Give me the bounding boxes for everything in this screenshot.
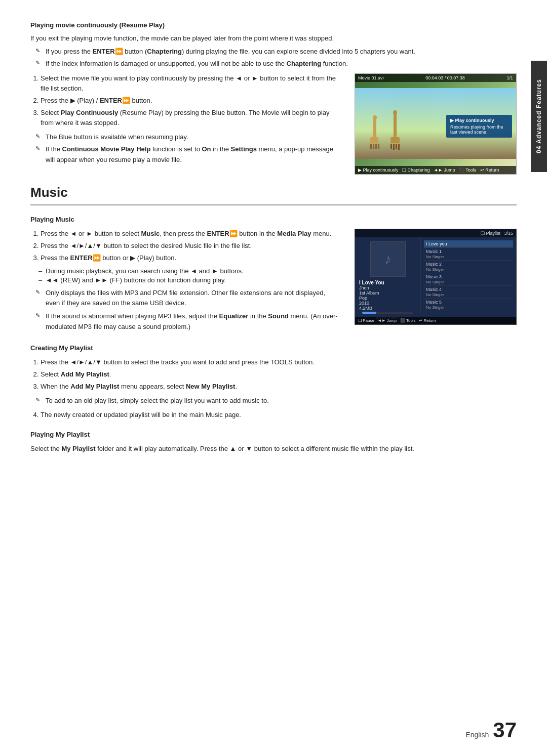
- playing-music-two-col: Press the ◄ or ► button to select Music,…: [30, 229, 517, 336]
- playing-playlist-text: Select the My Playlist folder and it wil…: [30, 444, 517, 454]
- movie-overlay: ▶ Play continuously Resumes playing from…: [446, 115, 512, 138]
- movie-intro: If you exit the playing movie function, …: [30, 33, 517, 44]
- music-info: I Love You Jhon 1st Album Pop 2010 4.2MB: [359, 280, 416, 311]
- movie-right-col: Movie 01.avi 00:04:03 / 00:07:38 1/1: [355, 73, 517, 175]
- movie-step-1: Select the movie file you want to play c…: [41, 73, 339, 94]
- size: 4.2MB: [359, 306, 416, 311]
- movie-filename: Movie 01.avi: [358, 75, 384, 80]
- playlist-item-2: Music 2No Singer: [424, 261, 513, 273]
- movie-note3: The Blue button is available when resumi…: [35, 132, 339, 142]
- playing-music-right: ❏ Playlist 3/15 ♪ I Love You Jhon 1st Al…: [355, 229, 517, 336]
- creating-playlist-steps: Press the ◄/►/▲/▼ button to select the t…: [30, 357, 517, 392]
- song-title: I Love You: [359, 280, 416, 285]
- artist: Jhon: [359, 285, 416, 290]
- dash-item-1: During music playback, you can search us…: [30, 267, 339, 275]
- movie-note1: If you press the ENTER⏩ button (Chapteri…: [35, 47, 517, 57]
- creating-step-2: Select Add My Playlist.: [41, 369, 517, 380]
- playing-step-1: Press the ◄ or ► button to select Music,…: [41, 229, 339, 239]
- creating-playlist-heading: Creating My Playlist: [30, 343, 517, 353]
- album-art: ♪: [370, 241, 406, 277]
- progress-bar-bg: [362, 312, 413, 314]
- playlist-item-1: Music 1No Singer: [424, 248, 513, 261]
- playing-step-3: Press the ENTER⏩ button or ▶ (Play) butt…: [41, 253, 339, 263]
- creating-notes: To add to an old play list, simply selec…: [30, 396, 517, 406]
- movie-bottom-bar: ▶ Play continuously ❏ Chaptering ◄► Jump…: [355, 166, 516, 174]
- playing-music-heading: Playing Music: [30, 215, 517, 225]
- playlist-item-0: I Love you: [424, 240, 513, 248]
- movie-time: 00:04:03 / 00:07:38: [425, 75, 465, 80]
- progress-bar-fill: [362, 312, 376, 314]
- playing-music-steps: Press the ◄ or ► button to select Music,…: [30, 229, 339, 263]
- movie-note4: If the Continuous Movie Play Help functi…: [35, 144, 339, 164]
- footer-english: English: [465, 731, 489, 739]
- playing-note1: Only displays the files with MP3 and PCM…: [35, 288, 339, 308]
- side-tab: 04 Advanced Features: [531, 61, 547, 172]
- music-left-panel: ♪ I Love You Jhon 1st Album Pop 2010 4.2…: [355, 237, 421, 312]
- music-note-icon: ♪: [384, 251, 392, 267]
- movie-index: 1/1: [506, 75, 513, 80]
- playlist-label: ❏ Playlist 3/15: [481, 231, 513, 236]
- movie-step-2: Press the ▶ (Play) / ENTER⏩ button.: [41, 96, 339, 106]
- movie-section: Playing movie continuously (Resume Play)…: [30, 20, 517, 175]
- music-section-title: Music: [30, 185, 517, 205]
- side-tab-label: 04 Advanced Features: [535, 79, 542, 154]
- creating-step-3: When the Add My Playlist menu appears, s…: [41, 382, 517, 392]
- footer-page-number: 37: [493, 720, 517, 741]
- movie-step-3: Select Play Continuously (Resume Play) b…: [41, 108, 339, 128]
- movie-steps: Select the movie file you want to play c…: [30, 73, 339, 129]
- genre: Pop: [359, 296, 416, 301]
- movie-top-bar: Movie 01.avi 00:04:03 / 00:07:38 1/1: [355, 74, 516, 82]
- movie-note2: If the index information is damaged or u…: [35, 59, 517, 69]
- playlist-item-3: Music 3No Singer: [424, 273, 513, 286]
- creating-step-4: The newly created or updated playlist wi…: [41, 410, 517, 420]
- overlay-title: ▶ Play continuously: [450, 118, 508, 123]
- playlist-item-5: Music 5No Singer: [424, 299, 513, 311]
- music-top-bar: ❏ Playlist 3/15: [355, 229, 516, 237]
- creating-step4-list: The newly created or updated playlist wi…: [30, 410, 517, 420]
- music-right-panel: I Love you Music 1No Singer Music 2No Si…: [421, 237, 516, 312]
- music-controls: ❏ Pause ◄► Jump ⬛ Tools ↩ Return: [358, 318, 436, 323]
- album: 1st Album: [359, 290, 416, 296]
- playing-note2: If the sound is abnormal when playing MP…: [35, 311, 339, 331]
- movie-left-col: Select the movie file you want to play c…: [30, 73, 339, 175]
- playing-music-left: Press the ◄ or ► button to select Music,…: [30, 229, 339, 336]
- page-container: 04 Advanced Features Playing movie conti…: [0, 0, 547, 756]
- playlist-item-4: Music 4No Singer: [424, 286, 513, 299]
- movie-screenshot: Movie 01.avi 00:04:03 / 00:07:38 1/1: [355, 73, 517, 175]
- playing-step-2: Press the ◄/►/▲/▼ button to select the d…: [41, 241, 339, 251]
- creating-note1: To add to an old play list, simply selec…: [35, 396, 517, 406]
- music-bottom-bar: ❏ Pause ◄► Jump ⬛ Tools ↩ Return: [355, 317, 516, 324]
- dash-item-2: ◄◄ (REW) and ►► (FF) buttons do not func…: [30, 276, 339, 284]
- music-section: Music Playing Music Press the ◄ or ► but…: [30, 185, 517, 454]
- movie-two-col: Select the movie file you want to play c…: [30, 73, 517, 175]
- bottom-controls: ▶ Play continuously ❏ Chaptering ◄► Jump…: [358, 167, 499, 173]
- creating-step-1: Press the ◄/►/▲/▼ button to select the t…: [41, 357, 517, 367]
- year: 2010: [359, 301, 416, 306]
- overlay-sub: Resumes playing from the last viewed sce…: [450, 124, 508, 135]
- playing-playlist-heading: Playing My Playlist: [30, 430, 517, 440]
- playing-music-notes: Only displays the files with MP3 and PCM…: [30, 288, 339, 332]
- music-content: ♪ I Love You Jhon 1st Album Pop 2010 4.2…: [355, 237, 516, 312]
- footer: English 37: [465, 720, 517, 741]
- movie-notes-bottom: The Blue button is available when resumi…: [30, 132, 339, 164]
- music-screenshot: ❏ Playlist 3/15 ♪ I Love You Jhon 1st Al…: [355, 229, 517, 325]
- movie-notes-top: If you press the ENTER⏩ button (Chapteri…: [30, 47, 517, 69]
- movie-heading: Playing movie continuously (Resume Play): [30, 20, 517, 30]
